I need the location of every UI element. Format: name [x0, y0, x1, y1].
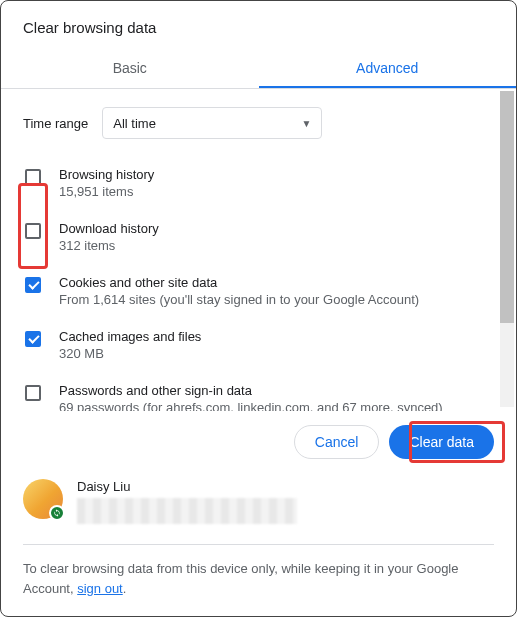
time-range-value: All time	[113, 116, 156, 131]
item-sub: From 1,614 sites (you'll stay signed in …	[59, 292, 419, 307]
cancel-button[interactable]: Cancel	[294, 425, 380, 459]
checkbox-browsing-history[interactable]	[25, 169, 41, 185]
item-sub: 69 passwords (for ahrefs.com, linkedin.c…	[59, 400, 443, 411]
item-cached: Cached images and files 320 MB	[23, 321, 494, 375]
signout-note: To clear browsing data from this device …	[1, 545, 516, 616]
item-sub: 312 items	[59, 238, 159, 253]
clear-data-button[interactable]: Clear data	[389, 425, 494, 459]
tab-advanced[interactable]: Advanced	[259, 48, 517, 88]
action-row: Cancel Clear data	[1, 411, 516, 469]
content: Time range All time ▼ Browsing history 1…	[1, 89, 516, 616]
user-row: Daisy Liu	[1, 469, 516, 538]
user-name: Daisy Liu	[77, 479, 297, 494]
checkbox-cookies[interactable]	[25, 277, 41, 293]
tabs: Basic Advanced	[1, 48, 516, 89]
sync-icon	[49, 505, 65, 521]
avatar	[23, 479, 63, 519]
sign-out-link[interactable]: sign out	[77, 581, 123, 596]
checkbox-passwords[interactable]	[25, 385, 41, 401]
item-cookies: Cookies and other site data From 1,614 s…	[23, 267, 494, 321]
chevron-down-icon: ▼	[301, 118, 311, 129]
item-title: Cookies and other site data	[59, 275, 419, 290]
item-browsing-history: Browsing history 15,951 items	[23, 159, 494, 213]
dialog-header: Clear browsing data	[1, 1, 516, 48]
time-range-select[interactable]: All time ▼	[102, 107, 322, 139]
tab-basic[interactable]: Basic	[1, 48, 259, 88]
item-download-history: Download history 312 items	[23, 213, 494, 267]
item-title: Cached images and files	[59, 329, 201, 344]
time-range-row: Time range All time ▼	[23, 107, 494, 139]
item-passwords: Passwords and other sign-in data 69 pass…	[23, 375, 494, 411]
checkbox-download-history[interactable]	[25, 223, 41, 239]
item-title: Download history	[59, 221, 159, 236]
dialog-title: Clear browsing data	[23, 19, 494, 36]
time-range-label: Time range	[23, 116, 88, 131]
item-title: Passwords and other sign-in data	[59, 383, 443, 398]
scrollbar-thumb[interactable]	[500, 91, 514, 323]
note-text-post: .	[123, 581, 127, 596]
item-sub: 15,951 items	[59, 184, 154, 199]
item-title: Browsing history	[59, 167, 154, 182]
scroll-area: Time range All time ▼ Browsing history 1…	[1, 89, 516, 411]
checkbox-cached[interactable]	[25, 331, 41, 347]
user-email-redacted	[77, 498, 297, 524]
item-sub: 320 MB	[59, 346, 201, 361]
